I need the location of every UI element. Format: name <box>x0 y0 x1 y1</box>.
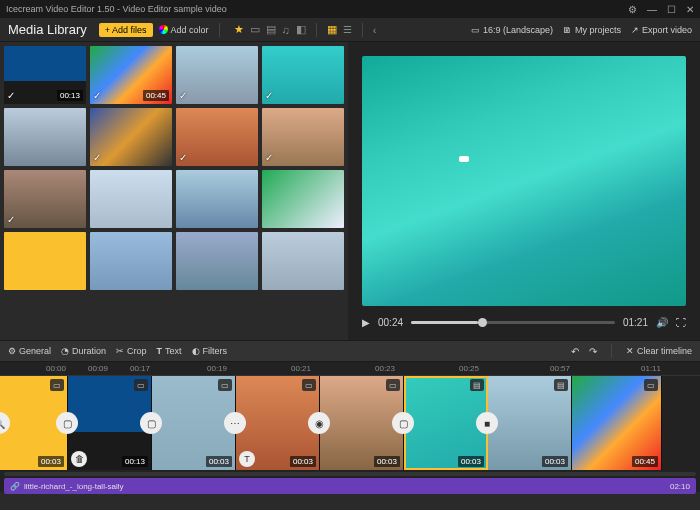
preview-panel: ▶ 00:24 01:21 🔊 ⛶ <box>348 42 700 340</box>
media-thumb[interactable]: ✓ <box>262 46 344 104</box>
duration-tool[interactable]: ◔ Duration <box>61 346 106 356</box>
clip-duration: 00:13 <box>122 456 148 467</box>
filter-video-icon[interactable]: ▭ <box>250 23 260 36</box>
media-thumb[interactable]: ✓ <box>262 108 344 166</box>
clip-type-icon: ▭ <box>386 379 400 391</box>
transition-button[interactable]: ◉ <box>308 412 330 434</box>
thumb-duration: 00:45 <box>143 90 169 101</box>
media-thumb[interactable]: ✓ <box>176 46 258 104</box>
total-time: 01:21 <box>623 317 648 328</box>
redo-button[interactable]: ↷ <box>589 346 597 357</box>
audio-name: little-richard_-_long-tall-sally <box>24 482 124 491</box>
transition-button[interactable]: ▢ <box>392 412 414 434</box>
filter-image-icon[interactable]: ▤ <box>266 23 276 36</box>
window-title: Icecream Video Editor 1.50 - Video Edito… <box>6 4 628 14</box>
media-thumb[interactable] <box>262 232 344 290</box>
clear-timeline-button[interactable]: ✕ Clear timeline <box>626 346 692 356</box>
media-thumb[interactable] <box>4 232 86 290</box>
clip-duration: 00:03 <box>290 456 316 467</box>
media-thumb[interactable] <box>176 170 258 228</box>
transition-button[interactable]: ▢ <box>140 412 162 434</box>
media-thumb[interactable]: ✓ <box>90 108 172 166</box>
timeline-clip[interactable]: ▭00:45 <box>572 376 662 470</box>
current-time: 00:24 <box>378 317 403 328</box>
fullscreen-icon[interactable]: ⛶ <box>676 317 686 328</box>
transition-button[interactable]: ⋯ <box>224 412 246 434</box>
text-tool[interactable]: T Text <box>157 346 182 356</box>
check-icon: ✓ <box>93 152 101 163</box>
media-library: ✓00:13✓00:45✓✓✓✓✓✓ <box>0 42 348 340</box>
grid-view-icon[interactable]: ▦ <box>327 23 337 36</box>
volume-icon[interactable]: 🔊 <box>656 317 668 328</box>
clip-type-icon: ▭ <box>134 379 148 391</box>
check-icon: ✓ <box>7 90 15 101</box>
media-thumb[interactable]: ✓ <box>4 170 86 228</box>
clip-duration: 00:03 <box>542 456 568 467</box>
play-button[interactable]: ▶ <box>362 317 370 328</box>
timeline: 00:0000:0900:1700:1900:2100:2300:2500:57… <box>0 362 700 492</box>
audio-track[interactable]: 🔗 little-richard_-_long-tall-sally 02:10 <box>4 478 696 494</box>
export-video-button[interactable]: ↗ Export video <box>631 25 692 35</box>
media-thumb[interactable] <box>90 170 172 228</box>
clip-tool-button[interactable]: 🗑 <box>71 451 87 467</box>
clip-duration: 00:45 <box>632 456 658 467</box>
media-thumb[interactable] <box>176 232 258 290</box>
clip-duration: 00:03 <box>458 456 484 467</box>
media-thumb[interactable] <box>4 108 86 166</box>
timeline-ruler[interactable]: 00:0000:0900:1700:1900:2100:2300:2500:57… <box>0 362 700 376</box>
check-icon: ✓ <box>179 90 187 101</box>
filter-all-icon[interactable]: ★ <box>234 23 244 36</box>
filter-audio-icon[interactable]: ♫ <box>282 24 290 36</box>
media-thumb[interactable]: ✓00:45 <box>90 46 172 104</box>
my-projects-button[interactable]: 🗎 My projects <box>563 25 621 35</box>
undo-button[interactable]: ↶ <box>571 346 579 357</box>
media-thumb[interactable] <box>262 170 344 228</box>
list-view-icon[interactable]: ☰ <box>343 24 352 35</box>
minimize-icon[interactable]: — <box>647 4 657 15</box>
timeline-clip[interactable]: ▤00:03■ <box>488 376 572 470</box>
clip-type-icon: ▤ <box>554 379 568 391</box>
clip-type-icon: ▭ <box>218 379 232 391</box>
timeline-scrollbar[interactable] <box>4 472 696 476</box>
check-icon: ✓ <box>265 152 273 163</box>
media-thumb[interactable] <box>90 232 172 290</box>
filters-tool[interactable]: ◐ Filters <box>192 346 228 356</box>
close-icon[interactable]: ✕ <box>686 4 694 15</box>
maximize-icon[interactable]: ☐ <box>667 4 676 15</box>
library-title: Media Library <box>8 22 87 37</box>
check-icon: ✓ <box>179 152 187 163</box>
check-icon: ✓ <box>7 214 15 225</box>
ruler-mark: 00:57 <box>550 364 570 373</box>
aspect-ratio-button[interactable]: ▭ 16:9 (Landscape) <box>471 25 553 35</box>
check-icon: ✓ <box>265 90 273 101</box>
ruler-mark: 01:11 <box>641 364 661 373</box>
media-thumb[interactable]: ✓00:13 <box>4 46 86 104</box>
general-tool[interactable]: ⚙ General <box>8 346 51 356</box>
add-color-button[interactable]: Add color <box>159 25 209 35</box>
crop-tool[interactable]: ✂ Crop <box>116 346 147 356</box>
clip-duration: 00:03 <box>38 456 64 467</box>
collapse-icon[interactable]: ‹ <box>373 24 377 36</box>
ruler-mark: 00:09 <box>88 364 108 373</box>
transition-button[interactable]: 🔍 <box>0 412 10 434</box>
media-thumb[interactable]: ✓ <box>176 108 258 166</box>
add-files-button[interactable]: + Add files <box>99 23 153 37</box>
link-icon: 🔗 <box>10 482 20 491</box>
clip-tool-button[interactable]: T <box>239 451 255 467</box>
filter-text-icon[interactable]: ◧ <box>296 23 306 36</box>
seek-slider[interactable] <box>411 321 615 324</box>
clip-duration: 00:03 <box>374 456 400 467</box>
ruler-mark: 00:21 <box>291 364 311 373</box>
ruler-mark: 00:17 <box>130 364 150 373</box>
clip-duration: 00:03 <box>206 456 232 467</box>
ruler-mark: 00:23 <box>375 364 395 373</box>
clip-type-icon: ▭ <box>302 379 316 391</box>
preview-video[interactable] <box>362 56 686 306</box>
transition-button[interactable]: ▢ <box>56 412 78 434</box>
ruler-mark: 00:00 <box>46 364 66 373</box>
transition-button[interactable]: ■ <box>476 412 498 434</box>
clip-type-icon: ▤ <box>470 379 484 391</box>
settings-icon[interactable]: ⚙ <box>628 4 637 15</box>
ruler-mark: 00:19 <box>207 364 227 373</box>
check-icon: ✓ <box>93 90 101 101</box>
